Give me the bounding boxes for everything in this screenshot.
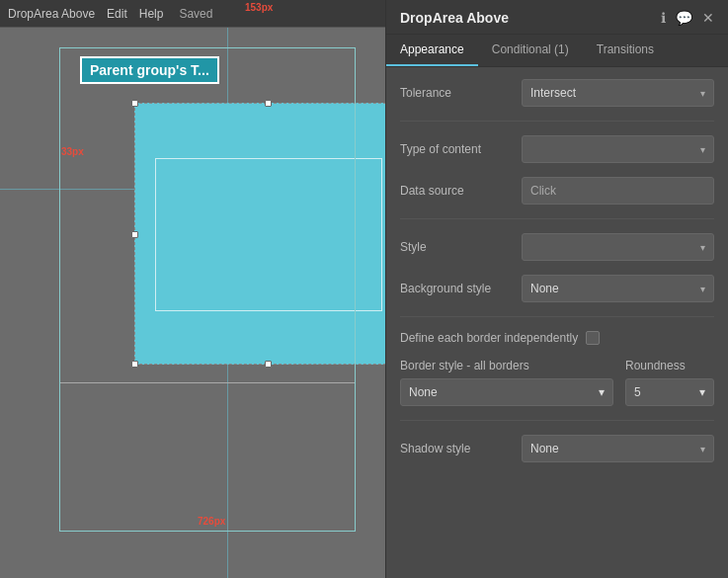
divider-4 xyxy=(400,420,714,421)
drop-area-box[interactable] xyxy=(134,103,385,365)
drop-area-inner xyxy=(155,158,382,311)
saved-label: Saved xyxy=(179,7,212,21)
divider-1 xyxy=(400,121,714,122)
parent-group: Parent group's T... xyxy=(59,47,356,383)
px-726-label: 726px xyxy=(198,516,225,527)
tab-conditional[interactable]: Conditional (1) xyxy=(478,35,583,66)
handle-ml[interactable] xyxy=(131,231,138,238)
px-153-label: 153px xyxy=(245,2,273,13)
data-source-row: Data source Click xyxy=(400,177,714,205)
tabs-bar: Appearance Conditional (1) Transitions xyxy=(386,35,728,67)
border-style-col: Border style - all borders None ▾ xyxy=(400,359,613,406)
type-of-content-label: Type of content xyxy=(400,142,514,156)
data-source-field[interactable]: Click xyxy=(522,177,714,205)
handle-bm[interactable] xyxy=(265,361,272,368)
define-border-row: Define each border independently xyxy=(400,331,714,345)
topbar-title: DropArea Above xyxy=(8,7,95,21)
define-border-checkbox[interactable] xyxy=(586,331,600,345)
border-style-value: None xyxy=(409,385,438,399)
background-style-label: Background style xyxy=(400,282,514,295)
info-icon[interactable]: ℹ xyxy=(661,10,666,26)
panel-header-icons: ℹ 💬 ✕ xyxy=(661,10,714,26)
tolerance-dropdown[interactable]: Intersect ▾ xyxy=(522,79,714,107)
tab-transitions[interactable]: Transitions xyxy=(583,35,668,66)
roundness-input[interactable]: 5 ▾ xyxy=(625,378,714,406)
roundness-label: Roundness xyxy=(625,359,714,372)
close-icon[interactable]: ✕ xyxy=(702,10,714,26)
chat-icon[interactable]: 💬 xyxy=(676,10,692,26)
parent-group-title: Parent group's T... xyxy=(80,56,219,84)
style-row: Style ▾ xyxy=(400,233,714,261)
style-label: Style xyxy=(400,240,514,254)
tolerance-label: Tolerance xyxy=(400,86,514,100)
border-style-dropdown[interactable]: None ▾ xyxy=(400,378,613,406)
border-style-label: Border style - all borders xyxy=(400,359,613,372)
tolerance-row: Tolerance Intersect ▾ xyxy=(400,79,714,107)
tolerance-chevron: ▾ xyxy=(700,88,705,99)
type-of-content-dropdown[interactable]: ▾ xyxy=(522,135,714,163)
right-panel: DropArea Above ℹ 💬 ✕ Appearance Conditio… xyxy=(385,0,728,578)
shadow-style-label: Shadow style xyxy=(400,442,514,455)
canvas-inner: 33px 726px Parent group's T... xyxy=(0,28,385,578)
menu-help[interactable]: Help xyxy=(139,7,164,21)
background-style-value: None xyxy=(530,282,559,295)
style-chevron: ▾ xyxy=(700,242,705,253)
shadow-style-dropdown[interactable]: None ▾ xyxy=(522,435,714,462)
panel-header: DropArea Above ℹ 💬 ✕ xyxy=(386,0,728,35)
style-dropdown[interactable]: ▾ xyxy=(522,233,714,261)
shadow-style-value: None xyxy=(530,442,559,455)
divider-2 xyxy=(400,218,714,219)
data-source-value: Click xyxy=(530,184,556,198)
handle-bl[interactable] xyxy=(131,361,138,368)
handle-tm[interactable] xyxy=(265,100,272,107)
panel-body: Tolerance Intersect ▾ Type of content ▾ … xyxy=(386,67,728,568)
canvas-area: 33px 726px Parent group's T... xyxy=(0,28,385,578)
roundness-col: Roundness 5 ▾ xyxy=(625,359,714,406)
roundness-chevron: ▾ xyxy=(699,385,705,399)
define-border-label: Define each border independently xyxy=(400,331,578,345)
border-roundness-row: Border style - all borders None ▾ Roundn… xyxy=(400,359,714,406)
background-style-dropdown[interactable]: None ▾ xyxy=(522,275,714,302)
data-source-label: Data source xyxy=(400,184,514,198)
tab-appearance[interactable]: Appearance xyxy=(386,35,478,66)
shadow-style-chevron: ▾ xyxy=(700,444,705,454)
background-style-chevron: ▾ xyxy=(700,284,705,294)
panel-title: DropArea Above xyxy=(400,10,509,26)
tolerance-value: Intersect xyxy=(530,86,576,100)
background-style-row: Background style None ▾ xyxy=(400,275,714,302)
type-of-content-chevron: ▾ xyxy=(700,144,705,155)
divider-3 xyxy=(400,316,714,317)
type-of-content-row: Type of content ▾ xyxy=(400,135,714,163)
handle-tl[interactable] xyxy=(131,100,138,107)
shadow-style-row: Shadow style None ▾ xyxy=(400,435,714,462)
border-style-chevron: ▾ xyxy=(599,385,605,399)
roundness-value: 5 xyxy=(634,385,641,399)
menu-edit[interactable]: Edit xyxy=(107,7,127,21)
